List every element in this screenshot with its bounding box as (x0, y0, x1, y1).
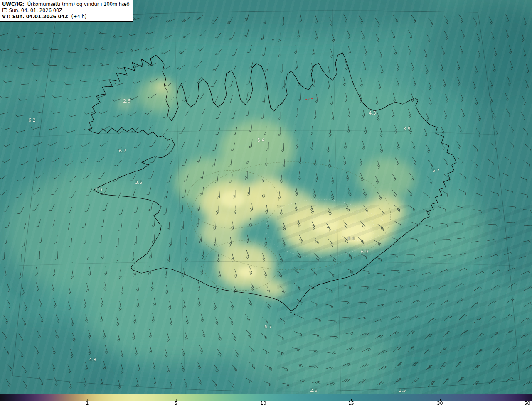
wind-barb-layer-shape (425, 176, 433, 184)
wind-barb-layer-shape-shape (36, 78, 44, 81)
wind-barb-layer-shape-shape (215, 47, 222, 56)
wind-barb-layer-shape-shape (64, 144, 72, 150)
wind-barb-layer-shape-shape (179, 47, 187, 54)
wind-barb-layer-shape (426, 81, 431, 89)
wind-barb-layer-shape-shape (84, 110, 93, 115)
wind-barb-layer-shape (296, 316, 305, 321)
wind-barb-layer-shape-shape (181, 221, 184, 230)
precip-shading-layer-shape-shape (266, 189, 316, 226)
wind-barb-layer-shape (185, 252, 188, 261)
wind-barb-layer-shape (521, 318, 530, 325)
wind-barb-layer-shape (3, 79, 12, 83)
wind-barb-layer-shape-shape (442, 110, 448, 119)
wind-barb-layer-shape-shape (325, 288, 333, 293)
precip-shading-layer-shape-shape (233, 324, 399, 390)
wind-barb-layer-shape (113, 112, 122, 118)
colorbar-tick-label: 5 (175, 401, 177, 406)
wind-barb-layer-shape (278, 318, 287, 325)
wind-barb-layer-shape-shape (167, 158, 172, 167)
wind-barb-layer-shape-shape (99, 140, 108, 147)
wind-barb-layer-shape (162, 64, 170, 71)
wind-barb-layer-shape-shape (133, 63, 142, 68)
wind-barb-layer-shape-shape (196, 218, 199, 227)
wind-barb-layer-shape-shape (81, 141, 89, 147)
wind-barb-layer-shape (96, 93, 105, 98)
wind-barb-layer-shape (295, 108, 298, 117)
wind-barb-layer-shape-shape (180, 78, 187, 86)
wind-barb-layer-shape (97, 78, 106, 81)
wind-barb-layer-shape (66, 128, 75, 134)
wind-barb-layer-shape (282, 80, 285, 89)
front-segment (305, 98, 318, 100)
wind-barb-layer-shape-shape (325, 65, 330, 73)
wind-barb-layer-shape (115, 159, 122, 167)
wind-barb-layer-shape (281, 64, 283, 73)
wind-barb-layer-shape-shape (69, 113, 77, 117)
wind-barb-layer-shape (326, 81, 330, 89)
wind-barb-layer-shape (406, 30, 413, 39)
wind-barb-layer-shape-shape (20, 81, 29, 85)
wind-barb-layer-shape-shape (184, 237, 187, 245)
wind-barb-layer-shape-shape (213, 63, 219, 72)
wind-barb-layer-shape (180, 78, 187, 86)
wind-barb-layer-shape-shape (281, 302, 288, 310)
wind-barb-layer-shape-shape (101, 124, 110, 130)
wind-barb-layer-shape-shape (80, 79, 89, 82)
wind-barb-layer-shape-shape (52, 110, 60, 114)
wind-barb-layer-shape-shape (129, 110, 137, 116)
wind-barb-layer-shape (52, 298, 57, 307)
wind-barb-layer-shape (292, 267, 299, 275)
wind-barb-layer-shape-shape (458, 173, 466, 180)
wind-barb-layer-shape (50, 79, 59, 82)
wind-barb-layer-shape-shape (247, 44, 251, 53)
wind-barb-layer-shape-shape (167, 174, 172, 183)
wind-barb-layer-shape (80, 156, 88, 164)
wind-barb-layer-shape-shape (278, 49, 280, 57)
title-line: UWC/IG: Úrkomumætti (mm) og vindur i 100… (2, 1, 130, 7)
wind-barb-layer-shape-shape (96, 93, 105, 98)
wind-barb-layer-shape-shape (66, 301, 71, 310)
wind-barb-layer-shape (133, 157, 140, 165)
wind-barb-layer-shape-shape (476, 271, 485, 277)
wind-barb-layer-shape (66, 301, 71, 310)
wind-barb-layer-shape-shape (3, 79, 12, 83)
wind-barb-layer-shape-shape (454, 141, 461, 149)
wind-barb-layer-shape-shape (82, 94, 91, 98)
wind-barb-layer-shape (262, 47, 266, 56)
wind-barb-layer-shape-shape (524, 286, 532, 293)
wind-barb-layer-shape (295, 251, 301, 259)
wind-barb-layer-shape-shape (491, 285, 500, 291)
wind-barb-layer-shape-shape (145, 45, 154, 51)
wind-barb-layer-shape-shape (263, 237, 268, 246)
wind-barb-layer-shape (231, 63, 236, 72)
wind-barb-layer-shape-shape (328, 49, 333, 58)
wind-barb-layer-shape (179, 47, 187, 54)
wind-barb-layer-shape (215, 47, 222, 56)
wind-barb-layer-shape-shape (97, 155, 104, 163)
wind-barb-layer-shape (459, 109, 465, 117)
wind-barb-layer-shape (20, 81, 29, 85)
wind-barb-layer-shape (64, 144, 72, 150)
wind-barb-layer-shape (298, 93, 301, 101)
wind-barb-layer-shape-shape (426, 18, 433, 27)
wind-barb-layer-shape (265, 63, 268, 72)
wind-barb-layer-shape-shape (330, 175, 334, 184)
colorbar: 1510153050 (0, 394, 532, 406)
wind-barb-layer-shape-shape (438, 126, 445, 135)
colorbar-tick-label: 15 (348, 401, 354, 406)
wind-barb-layer-shape (391, 46, 397, 55)
wind-barb-layer-shape (64, 82, 73, 85)
wind-barb-layer-shape (409, 62, 414, 71)
wind-barb-layer-shape-shape (394, 62, 400, 71)
wind-barb-layer-shape-shape (180, 205, 183, 214)
precip-shading-layer-shape-shape (308, 79, 424, 170)
wind-barb-layer-shape-shape (441, 158, 448, 166)
wind-barb-layer-shape (346, 188, 352, 196)
wind-barb-layer-shape-shape (264, 301, 271, 309)
wind-barb-layer-shape (394, 62, 400, 71)
wind-barb-layer-shape-shape (293, 124, 296, 133)
wind-barb-layer-shape (309, 269, 317, 276)
wind-barb-layer-shape-shape (409, 62, 414, 71)
wind-barb-layer-shape (167, 254, 170, 262)
wind-barb-layer-shape (232, 47, 237, 56)
